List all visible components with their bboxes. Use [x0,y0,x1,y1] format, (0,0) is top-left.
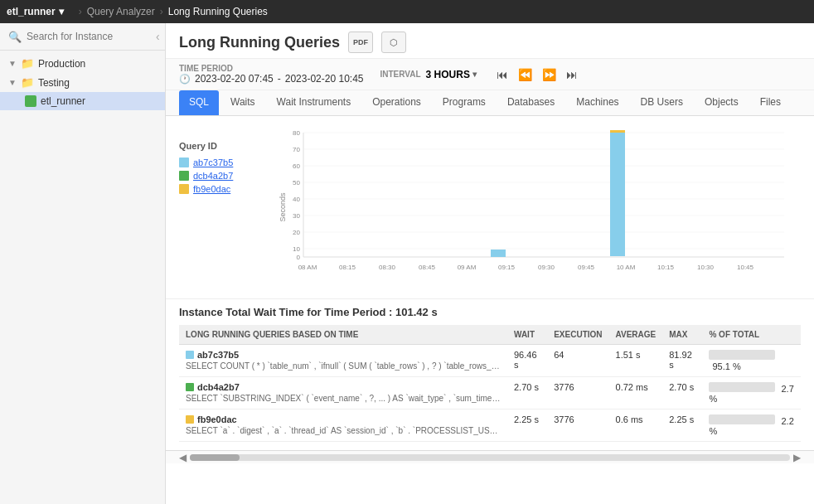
progress-bar-container [709,414,775,424]
playback-end[interactable]: ⏭ [563,66,581,83]
chart-legend: Query ID ab7c37b5 dcb4a2b7 fb9e0dac [179,124,262,290]
export-button[interactable]: ⬡ [381,32,406,53]
query-name-text[interactable]: fb9e0dac [197,414,237,424]
cell-average-0: 1.51 s [609,345,663,377]
sidebar-item-etl-runner[interactable]: etl_runner [0,92,165,110]
scroll-right-arrow[interactable]: ▶ [793,452,801,463]
cell-execution-0: 64 [547,345,608,377]
cell-average-1: 0.72 ms [609,377,663,410]
cell-wait-0: 96.46 s [507,345,547,377]
tab-files[interactable]: Files [750,90,791,115]
interval-arrow: ▾ [472,70,477,79]
tab-machines[interactable]: Machines [566,90,628,115]
tabs: SQL Waits Wait Instruments Operations Pr… [166,90,814,116]
cell-max-2: 2.25 s [662,410,702,442]
legend-item-2[interactable]: dcb4a2b7 [179,171,262,181]
col-average: AVERAGE [609,325,663,345]
navbar-separator: › [79,6,82,17]
svg-text:09 AM: 09 AM [458,264,477,271]
expand-icon-testing: ▼ [8,78,17,87]
legend-item-3[interactable]: fb9e0dac [179,184,262,194]
cell-query-0: ab7c37b5 SELECT COUNT ( * ) `table_num` … [179,345,507,377]
brand-name: etl_runner [7,6,56,17]
playback-back[interactable]: ⏪ [515,66,535,83]
pdf-icon: PDF [353,38,368,46]
cell-max-1: 2.70 s [662,377,702,410]
sidebar: 🔍 ‹ ▼ 📁 Production ▼ 📁 Testing [0,23,166,504]
progress-bar-container [709,382,775,392]
legend-link-1[interactable]: ab7c37b5 [193,158,233,167]
time-end[interactable]: 2023-02-20 10:45 [285,73,364,85]
scroll-left-arrow[interactable]: ◀ [179,452,187,463]
cell-max-0: 81.92 s [662,345,702,377]
legend-color-3 [179,184,189,194]
svg-text:30: 30 [293,212,300,220]
pdf-button[interactable]: PDF [348,32,373,53]
query-name-text[interactable]: dcb4a2b7 [197,382,240,392]
query-sql: SELECT `SUBSTRING_INDEX` ( `event_name` … [186,394,501,403]
brand-chevron: ▾ [59,6,64,17]
tree-group-production: ▼ 📁 Production [0,54,165,73]
svg-text:10:30: 10:30 [697,264,715,271]
legend-link-3[interactable]: fb9e0dac [193,184,230,194]
main-header: Long Running Queries PDF ⬡ [166,23,814,59]
table-row[interactable]: fb9e0dac SELECT `a` . `digest` , `a` . `… [179,410,801,442]
svg-text:60: 60 [293,162,300,170]
cell-execution-2: 3776 [547,410,608,442]
table-row[interactable]: dcb4a2b7 SELECT `SUBSTRING_INDEX` ( `eve… [179,377,801,410]
svg-text:08 AM: 08 AM [298,264,317,271]
progress-bar-container [709,350,775,360]
tab-objects[interactable]: Objects [695,90,749,115]
sidebar-item-testing[interactable]: ▼ 📁 Testing [0,73,165,92]
table-row[interactable]: ab7c37b5 SELECT COUNT ( * ) `table_num` … [179,345,801,377]
legend-color-1 [179,158,189,167]
svg-text:20: 20 [293,229,300,236]
query-sql: SELECT `a` . `digest` , `a` . `thread_id… [186,426,501,435]
bar-10am-ab7 [610,133,625,256]
chart-area: Query ID ab7c37b5 dcb4a2b7 fb9e0dac [166,116,814,298]
chart-svg: Seconds 80 70 60 [270,124,801,290]
query-color-dot [186,351,194,359]
section-title: Instance Total Wait Time for Time Period… [166,298,814,325]
table-header-row: LONG RUNNING QUERIES BASED ON TIME WAIT … [179,325,801,345]
tab-db-users[interactable]: DB Users [631,90,693,115]
interval-block: INTERVAL 3 HOURS ▾ [380,69,477,80]
cell-pct-0: 95.1 % [702,345,801,377]
playback-forward[interactable]: ⏩ [539,66,560,83]
col-query: LONG RUNNING QUERIES BASED ON TIME [179,325,507,345]
bottom-scroll: ◀ ▶ [166,450,814,463]
playback-controls: ⏮ ⏪ ⏩ ⏭ [493,66,581,83]
query-sql: SELECT COUNT ( * ) `table_num` , `ifnull… [186,361,501,371]
svg-text:09:30: 09:30 [538,264,555,271]
folder-icon: 📁 [21,57,34,70]
navbar-link[interactable]: Query Analyzer [87,6,155,17]
query-name-text[interactable]: ab7c37b5 [197,350,239,360]
sidebar-item-production[interactable]: ▼ 📁 Production [0,54,165,73]
back-arrow[interactable]: ‹ [156,30,160,43]
y-axis-label: Seconds [279,192,287,222]
time-period-value: 🕐 2023-02-20 07:45 - 2023-02-20 10:45 [179,73,364,85]
cell-pct-2: 2.2 % [702,410,801,442]
legend-link-2[interactable]: dcb4a2b7 [193,171,233,181]
time-start[interactable]: 2023-02-20 07:45 [195,73,274,85]
navbar-brand[interactable]: etl_runner ▾ [7,6,64,17]
search-icon: 🔍 [8,31,22,43]
time-period-label: TIME PERIOD [179,64,364,73]
sidebar-tree: ▼ 📁 Production ▼ 📁 Testing etl_runner [0,51,165,504]
tab-sql[interactable]: SQL [179,90,219,115]
tab-wait-instruments[interactable]: Wait Instruments [267,90,361,115]
interval-value[interactable]: 3 HOURS ▾ [426,69,477,80]
tab-waits[interactable]: Waits [220,90,265,115]
tab-databases[interactable]: Databases [497,90,564,115]
svg-text:10:45: 10:45 [737,264,754,271]
tab-operations[interactable]: Operations [362,90,431,115]
svg-text:09:15: 09:15 [498,264,516,271]
legend-item-1[interactable]: ab7c37b5 [179,158,262,167]
svg-text:08:30: 08:30 [379,264,396,271]
svg-text:08:15: 08:15 [339,264,356,271]
search-input[interactable] [27,31,151,42]
etl-runner-label: etl_runner [41,95,85,107]
svg-text:50: 50 [293,179,300,187]
playback-rewind[interactable]: ⏮ [493,66,511,83]
tab-programs[interactable]: Programs [433,90,496,115]
